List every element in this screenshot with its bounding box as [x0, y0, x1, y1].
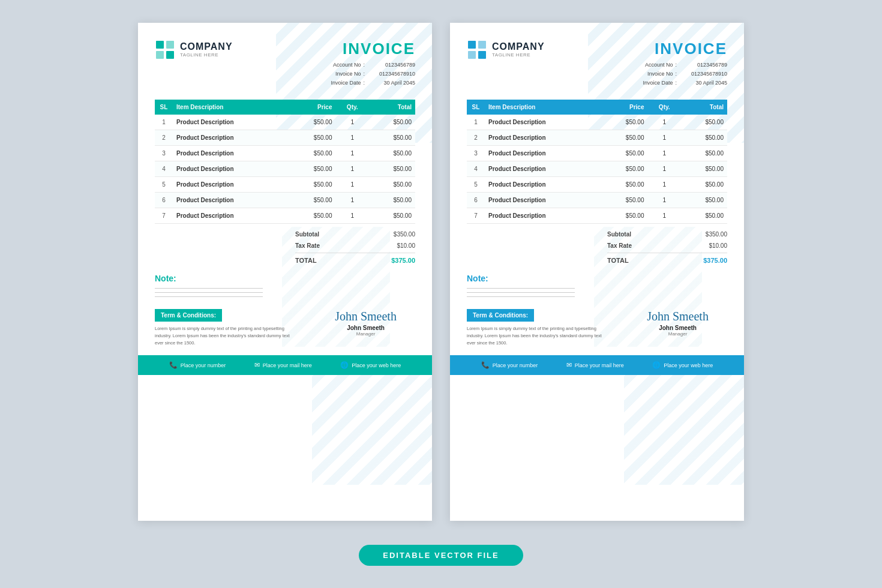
invoices-container: COMPANY TAGLINE HERE INVOICE Account No … — [138, 23, 744, 521]
table-row: 7 Product Description $50.00 1 $50.00 — [467, 208, 727, 224]
signature-role-left: Manager — [316, 331, 415, 337]
tax-label-right: Tax Rate — [607, 242, 632, 249]
svg-rect-5 — [478, 41, 486, 49]
phone-icon-left: 📞 — [169, 361, 178, 369]
tax-value-right: $10.00 — [709, 242, 727, 249]
tax-label-left: Tax Rate — [295, 242, 320, 249]
cell-total: $50.00 — [681, 115, 727, 130]
signature-script-right: John Smeeth — [628, 309, 727, 323]
footer-phone-right: 📞 Place your number — [481, 361, 538, 369]
footer-email-left: ✉ Place your mail here — [254, 361, 312, 369]
cell-desc: Product Description — [485, 193, 601, 208]
subtotal-label-right: Subtotal — [607, 231, 631, 238]
cell-qty: 1 — [335, 193, 369, 208]
cell-qty: 1 — [335, 161, 369, 177]
badge-label: EDITABLE VECTOR FILE — [359, 545, 523, 566]
cell-total: $50.00 — [369, 161, 415, 177]
invoice-footer-right: 📞 Place your number ✉ Place your mail he… — [450, 355, 744, 375]
note-title-right: Note: — [467, 274, 727, 283]
invoice-header-left: COMPANY TAGLINE HERE INVOICE Account No … — [155, 40, 415, 88]
table-row: 7 Product Description $50.00 1 $50.00 — [155, 208, 415, 224]
footer-email-right: ✉ Place your mail here — [566, 361, 624, 369]
company-text-right: COMPANY TAGLINE HERE — [492, 41, 545, 58]
meta-invoice-value-left: 012345678910 — [367, 70, 415, 79]
cell-desc: Product Description — [485, 130, 601, 146]
cell-sl: 4 — [155, 161, 173, 177]
cell-desc: Product Description — [173, 130, 289, 146]
meta-date-label-right: Invoice Date — [631, 79, 673, 88]
tax-row-right: Tax Rate $10.00 — [607, 240, 727, 251]
tax-row-left: Tax Rate $10.00 — [295, 240, 415, 251]
meta-account-value-right: 0123456789 — [679, 61, 727, 70]
cell-price: $50.00 — [289, 146, 335, 161]
svg-rect-7 — [478, 51, 486, 59]
invoice-left: COMPANY TAGLINE HERE INVOICE Account No … — [138, 23, 432, 521]
cell-price: $50.00 — [601, 208, 647, 224]
invoice-table-right: SL Item Description Price Qty. Total 1 P… — [467, 100, 727, 224]
col-price-left: Price — [289, 100, 335, 115]
cell-qty: 1 — [647, 208, 681, 224]
cell-total: $50.00 — [681, 161, 727, 177]
subtotal-row-right: Subtotal $350.00 — [607, 229, 727, 240]
cell-qty: 1 — [647, 115, 681, 130]
tax-value-left: $10.00 — [397, 242, 415, 249]
subtotal-value-right: $350.00 — [706, 231, 727, 238]
svg-rect-6 — [468, 51, 476, 59]
invoice-title-left: INVOICE — [319, 40, 415, 58]
cell-sl: 7 — [155, 208, 173, 224]
cell-price: $50.00 — [289, 177, 335, 193]
web-icon-right: 🌐 — [652, 361, 661, 369]
meta-invoice-label-left: Invoice No — [319, 70, 361, 79]
total-value-left: $375.00 — [391, 257, 415, 264]
signature-block-right: John Smeeth John Smeeth Manager — [628, 309, 727, 337]
table-row: 4 Product Description $50.00 1 $50.00 — [155, 161, 415, 177]
cell-qty: 1 — [647, 193, 681, 208]
footer-web-text-right: Place your web here — [664, 362, 713, 368]
cell-total: $50.00 — [369, 130, 415, 146]
cell-sl: 1 — [467, 115, 485, 130]
signature-role-right: Manager — [628, 331, 727, 337]
svg-rect-4 — [468, 41, 476, 49]
cell-sl: 6 — [467, 193, 485, 208]
cell-price: $50.00 — [289, 193, 335, 208]
footer-web-right: 🌐 Place your web here — [652, 361, 713, 369]
col-desc-left: Item Description — [173, 100, 289, 115]
invoice-footer-left: 📞 Place your number ✉ Place your mail he… — [138, 355, 432, 375]
cell-sl: 4 — [467, 161, 485, 177]
cell-sl: 1 — [155, 115, 173, 130]
table-row: 4 Product Description $50.00 1 $50.00 — [467, 161, 727, 177]
table-row: 6 Product Description $50.00 1 $50.00 — [155, 193, 415, 208]
totals-section-left: Subtotal $350.00 Tax Rate $10.00 TOTAL $… — [155, 229, 415, 266]
cell-sl: 7 — [467, 208, 485, 224]
signature-name-left: John Smeeth — [316, 325, 415, 331]
meta-account-value-left: 0123456789 — [367, 61, 415, 70]
meta-account-label-left: Account No — [319, 61, 361, 70]
col-qty-right: Qty. — [647, 100, 681, 115]
invoice-meta-right: Account No : 0123456789 Invoice No : 012… — [631, 61, 727, 88]
col-total-left: Total — [369, 100, 415, 115]
footer-email-text-left: Place your mail here — [263, 362, 312, 368]
cell-price: $50.00 — [601, 115, 647, 130]
note-section-right: Note: — [467, 274, 727, 301]
cell-total: $50.00 — [681, 177, 727, 193]
note-title-left: Note: — [155, 274, 415, 283]
cell-desc: Product Description — [485, 161, 601, 177]
cell-qty: 1 — [335, 177, 369, 193]
subtotal-row-left: Subtotal $350.00 — [295, 229, 415, 240]
bottom-section-right: Term & Conditions: Lorem Ipsum is simply… — [467, 309, 727, 347]
cell-desc: Product Description — [173, 193, 289, 208]
cell-sl: 5 — [155, 177, 173, 193]
footer-web-left: 🌐 Place your web here — [340, 361, 401, 369]
totals-table-right: Subtotal $350.00 Tax Rate $10.00 TOTAL $… — [607, 229, 727, 266]
table-row: 3 Product Description $50.00 1 $50.00 — [155, 146, 415, 161]
total-row-right: TOTAL $375.00 — [607, 254, 727, 266]
phone-icon-right: 📞 — [481, 361, 490, 369]
company-logo-icon-right — [467, 40, 487, 60]
meta-date-label-left: Invoice Date — [319, 79, 361, 88]
cell-total: $50.00 — [681, 130, 727, 146]
invoice-title-block-left: INVOICE Account No : 0123456789 Invoice … — [319, 40, 415, 88]
bottom-section-left: Term & Conditions: Lorem Ipsum is simply… — [155, 309, 415, 347]
col-total-right: Total — [681, 100, 727, 115]
terms-title-right: Term & Conditions: — [467, 309, 534, 322]
terms-block-right: Term & Conditions: Lorem Ipsum is simply… — [467, 309, 610, 347]
